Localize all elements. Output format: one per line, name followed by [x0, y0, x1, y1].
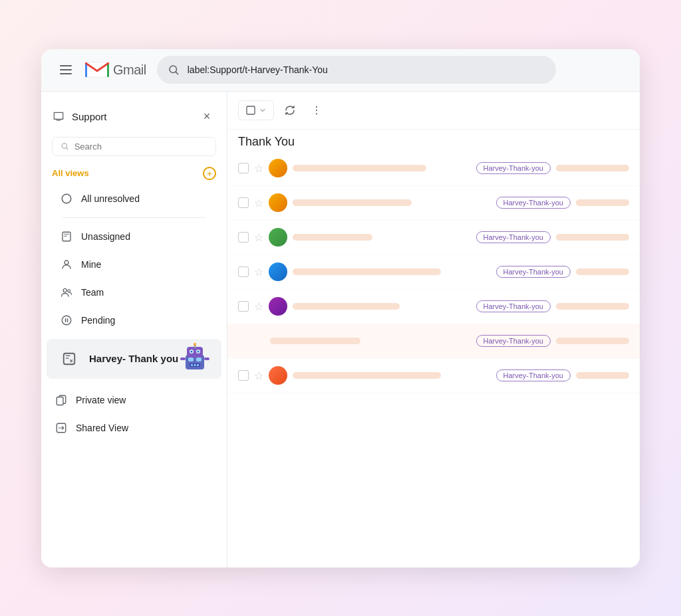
sidebar-item-pending[interactable]: Pending [52, 307, 216, 334]
star-icon-3[interactable]: ☆ [254, 231, 263, 244]
search-input[interactable] [188, 64, 545, 75]
email-bar-5 [293, 303, 400, 310]
sidebar-item-harvey-thankyou[interactable]: Harvey- Thank you [47, 339, 221, 379]
avatar-3 [269, 228, 287, 247]
email-checkbox-4[interactable] [238, 266, 249, 277]
main-content: Support × All views + [41, 92, 640, 567]
email-content-5 [293, 303, 471, 310]
list-toolbar [227, 92, 640, 130]
label-tag-3[interactable]: Harvey-Thank-you [476, 231, 551, 243]
sidebar-title: Support [52, 110, 107, 124]
table-row[interactable]: ☆ Harvey-Thank-you [227, 152, 640, 186]
sidebar-item-unassigned[interactable]: Unassigned [52, 223, 216, 250]
sidebar-item-mine[interactable]: Mine [52, 251, 216, 278]
svg-rect-34 [57, 397, 63, 405]
email-date-5 [556, 303, 629, 310]
label-tag-4[interactable]: Harvey-Thank-you [496, 266, 571, 278]
sidebar-item-private-view-label: Private view [76, 395, 126, 405]
star-icon-2[interactable]: ☆ [254, 197, 263, 209]
email-checkbox-2[interactable] [238, 197, 249, 208]
all-views-section: All views + All unresolved Unassig [41, 167, 227, 334]
svg-rect-31 [180, 358, 186, 360]
sidebar-item-pending-label: Pending [81, 315, 115, 326]
robot-avatar [179, 343, 211, 375]
table-row[interactable]: ☆ Harvey-Thank-you [227, 221, 640, 255]
search-bar[interactable] [157, 56, 556, 84]
sidebar-item-private-view[interactable]: Private view [47, 387, 221, 413]
more-options-button[interactable] [306, 100, 327, 121]
sidebar-item-mine-label: Mine [81, 259, 101, 270]
sidebar-item-team[interactable]: Team [52, 279, 216, 306]
email-content-3 [293, 234, 471, 241]
active-view-icon [57, 347, 81, 371]
svg-rect-32 [204, 358, 209, 360]
svg-point-26 [194, 343, 196, 346]
table-row[interactable]: ☆ Harvey-Thank-you [227, 359, 640, 393]
avatar-1 [269, 159, 287, 177]
refresh-button[interactable] [279, 100, 301, 121]
email-list: Thank You ☆ Harvey-Thank-you ☆ [227, 92, 640, 567]
svg-point-8 [62, 194, 71, 203]
sidebar-search[interactable] [52, 137, 216, 156]
thank-you-heading: Thank You [238, 135, 295, 148]
table-row[interactable]: ☆ Harvey-Thank-you [227, 186, 640, 221]
svg-point-23 [191, 350, 193, 352]
star-icon-5[interactable]: ☆ [254, 300, 263, 313]
label-tag-1[interactable]: Harvey-Thank-you [476, 162, 551, 174]
share-icon [55, 421, 68, 435]
label-tag-5[interactable]: Harvey-Thank-you [476, 300, 551, 312]
email-bar-3 [293, 234, 372, 241]
sidebar-item-all-unresolved-label: All unresolved [81, 193, 140, 204]
sidebar-item-shared-view[interactable]: Shared View [47, 415, 221, 441]
person-icon [60, 258, 73, 271]
sidebar-search-input[interactable] [74, 142, 207, 152]
star-icon-7[interactable]: ☆ [254, 369, 263, 382]
email-checkbox-7[interactable] [238, 370, 249, 381]
email-date-3 [556, 234, 629, 241]
avatar-2 [269, 193, 287, 212]
star-icon-1[interactable]: ☆ [254, 162, 263, 175]
hamburger-menu[interactable] [57, 62, 74, 77]
table-row[interactable]: ☆ Harvey-Thank-you [227, 255, 640, 290]
email-content-2 [293, 199, 491, 206]
svg-point-12 [68, 289, 70, 292]
svg-point-39 [316, 113, 317, 114]
active-view-label: Harvey- Thank you [89, 353, 178, 364]
inbox-icon [52, 110, 65, 124]
private-section: Private view Shared View [41, 381, 227, 441]
star-icon-4[interactable]: ☆ [254, 266, 263, 278]
table-row[interactable]: Harvey-Thank-you [227, 324, 640, 359]
email-checkbox-1[interactable] [238, 163, 249, 173]
email-checkbox-3[interactable] [238, 232, 249, 243]
svg-point-11 [63, 288, 67, 292]
sidebar-item-team-label: Team [81, 287, 104, 298]
svg-point-10 [65, 260, 68, 264]
label-tag-7[interactable]: Harvey-Thank-you [496, 369, 571, 381]
svg-rect-20 [187, 347, 203, 358]
close-sidebar-button[interactable]: × [198, 108, 216, 126]
sidebar: Support × All views + [41, 92, 227, 567]
avatar-4 [269, 262, 287, 281]
label-tag-6[interactable]: Harvey-Thank-you [476, 335, 551, 347]
svg-rect-14 [65, 318, 67, 322]
refresh-icon [284, 104, 296, 116]
copy-icon [55, 393, 68, 407]
sidebar-title-text: Support [72, 111, 107, 122]
email-checkbox-5[interactable] [238, 301, 249, 312]
sidebar-item-all-unresolved[interactable]: All unresolved [52, 185, 216, 212]
select-button[interactable] [238, 100, 274, 120]
sidebar-item-unassigned-label: Unassigned [81, 231, 130, 242]
svg-rect-30 [197, 364, 199, 366]
pause-icon [60, 314, 73, 327]
gmail-logo[interactable]: Gmail [85, 60, 146, 79]
label-tag-2[interactable]: Harvey-Thank-you [496, 197, 571, 209]
svg-point-13 [62, 316, 71, 325]
email-date-2 [576, 199, 629, 206]
table-row[interactable]: ☆ Harvey-Thank-you [227, 290, 640, 324]
main-window: Gmail Support × [41, 49, 640, 567]
add-view-button[interactable]: + [203, 167, 216, 180]
email-date-6 [556, 338, 629, 344]
sidebar-search-icon [61, 142, 69, 151]
svg-rect-28 [191, 364, 193, 366]
divider-1 [63, 217, 205, 218]
